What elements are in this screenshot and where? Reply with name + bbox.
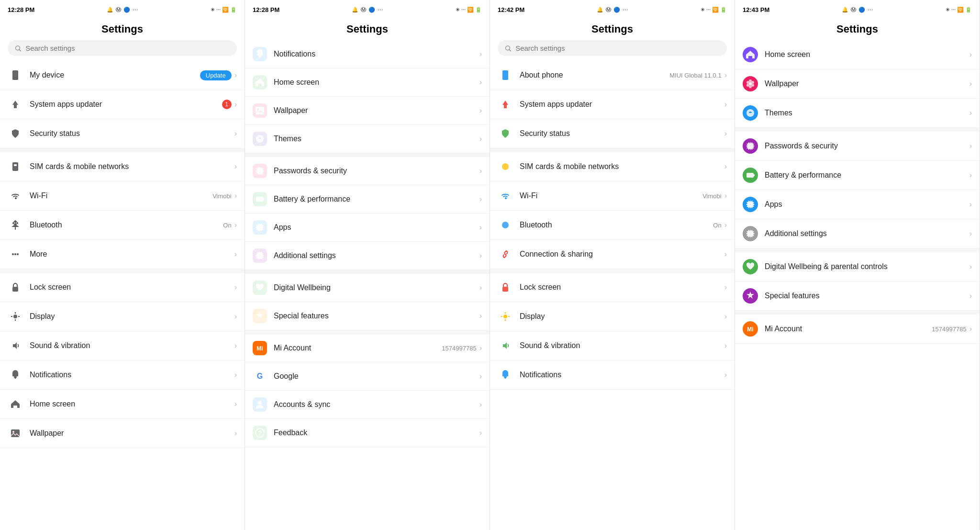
settings-item[interactable]: Apps›: [735, 190, 980, 219]
settings-item[interactable]: Notifications›: [0, 361, 245, 390]
chevron-icon: ›: [724, 283, 727, 292]
settings-item[interactable]: Wi-FiVimobi›: [490, 181, 735, 211]
settings-item[interactable]: Special features›: [735, 282, 980, 311]
settings-item[interactable]: Wi-FiVimobi›: [0, 181, 245, 211]
settings-item[interactable]: SIM cards & mobile networks›: [0, 152, 245, 181]
svg-point-20: [259, 56, 261, 58]
chevron-icon: ›: [479, 50, 482, 58]
search-bar[interactable]: [498, 40, 727, 56]
settings-item[interactable]: Lock screen›: [490, 273, 735, 302]
item-label: Bluetooth: [30, 221, 223, 229]
item-icon: [8, 68, 23, 83]
settings-item[interactable]: Passwords & security›: [245, 157, 490, 185]
settings-item[interactable]: Themes›: [245, 125, 490, 153]
item-icon: [253, 103, 267, 118]
search-input[interactable]: [515, 44, 720, 52]
status-time: 12:42 PM: [498, 6, 524, 13]
settings-list: My deviceUpdate›System apps updater1›Sec…: [0, 61, 245, 530]
settings-item[interactable]: Sound & vibration›: [490, 331, 735, 361]
settings-item[interactable]: System apps updater1›: [0, 90, 245, 119]
svg-text:G: G: [257, 372, 263, 380]
settings-item[interactable]: SIM cards & mobile networks›: [490, 152, 735, 181]
settings-item[interactable]: Special features›: [245, 302, 490, 330]
svg-rect-36: [502, 70, 508, 80]
item-icon: [253, 309, 267, 323]
search-bar[interactable]: [8, 40, 237, 56]
settings-item[interactable]: Home screen›: [0, 390, 245, 419]
page-title: Settings: [735, 19, 980, 40]
settings-item[interactable]: GGoogle›: [245, 362, 490, 391]
settings-item[interactable]: Home screen›: [245, 68, 490, 97]
settings-item[interactable]: Digital Wellbeing & parental controls›: [735, 252, 980, 282]
item-label: More: [30, 250, 234, 259]
item-label: Battery & performance: [274, 195, 479, 203]
section-divider: [735, 248, 980, 252]
section-divider: [0, 269, 245, 273]
settings-item[interactable]: Wallpaper›: [0, 419, 245, 448]
settings-item[interactable]: Sound & vibration›: [0, 331, 245, 361]
settings-item[interactable]: My deviceUpdate›: [0, 61, 245, 90]
item-label: Mi Account: [765, 325, 932, 333]
item-icon: [253, 47, 267, 61]
settings-item[interactable]: Additional settings›: [245, 242, 490, 270]
chevron-icon: ›: [969, 229, 972, 238]
status-right-icons: ✳ ᐧᐧᐧ 🛜 🔋: [946, 7, 972, 13]
status-bar: 12:43 PM 🔔 Ⓜ 🔵 ··· ✳ ᐧᐧᐧ 🛜 🔋: [735, 0, 980, 19]
status-icons: 🔔 Ⓜ 🔵 ···: [107, 6, 138, 13]
settings-item[interactable]: More›: [0, 240, 245, 269]
settings-item[interactable]: Apps›: [245, 214, 490, 242]
settings-item[interactable]: Home screen›: [735, 40, 980, 69]
item-label: Sound & vibration: [30, 341, 234, 350]
item-icon: [498, 338, 513, 353]
settings-item[interactable]: Themes›: [735, 99, 980, 128]
settings-item[interactable]: Security status›: [490, 119, 735, 148]
update-button[interactable]: Update: [200, 70, 232, 80]
settings-item[interactable]: Passwords & security›: [735, 132, 980, 161]
settings-item[interactable]: Lock screen›: [0, 273, 245, 302]
settings-item[interactable]: Notifications›: [245, 40, 490, 68]
settings-item[interactable]: BluetoothOn›: [0, 211, 245, 240]
settings-item[interactable]: BluetoothOn›: [490, 211, 735, 240]
settings-item[interactable]: Display›: [490, 302, 735, 331]
settings-item[interactable]: Wallpaper›: [735, 69, 980, 99]
item-label: Notifications: [30, 371, 234, 379]
section-divider: [735, 128, 980, 132]
item-icon: [498, 367, 513, 383]
settings-item[interactable]: About phoneMIUI Global 11.0.1›: [490, 61, 735, 90]
item-icon: [8, 309, 23, 324]
section-divider: [245, 270, 490, 274]
settings-item[interactable]: Security status›: [0, 119, 245, 148]
chevron-icon: ›: [969, 171, 972, 180]
item-icon: [8, 159, 23, 174]
section-divider: [490, 269, 735, 273]
svg-point-37: [502, 163, 509, 170]
settings-item[interactable]: System apps updater›: [490, 90, 735, 119]
settings-item[interactable]: Digital Wellbeing›: [245, 274, 490, 302]
settings-item[interactable]: ?Feedback›: [245, 419, 490, 447]
chevron-icon: ›: [479, 312, 482, 320]
settings-item[interactable]: Wallpaper›: [245, 97, 490, 125]
item-icon: [743, 226, 758, 241]
item-label: Passwords & security: [765, 142, 969, 150]
item-icon: [498, 159, 513, 174]
settings-item[interactable]: Display›: [0, 302, 245, 331]
item-label: Digital Wellbeing: [274, 283, 479, 292]
settings-item[interactable]: MiMi Account1574997785›: [245, 334, 490, 362]
item-label: Wallpaper: [274, 106, 479, 115]
settings-item[interactable]: Notifications›: [490, 361, 735, 390]
settings-item[interactable]: Accounts & sync›: [245, 391, 490, 419]
search-input[interactable]: [25, 44, 230, 52]
svg-rect-8: [12, 287, 18, 292]
settings-item[interactable]: Additional settings›: [735, 219, 980, 248]
settings-item[interactable]: Battery & performance›: [735, 161, 980, 190]
settings-item[interactable]: Connection & sharing›: [490, 240, 735, 269]
item-label: Passwords & security: [274, 167, 479, 175]
item-sublabel: MIUI Global 11.0.1: [669, 72, 721, 79]
settings-item[interactable]: Battery & performance›: [245, 185, 490, 214]
chevron-icon: ›: [724, 129, 727, 138]
item-icon: [253, 248, 267, 263]
svg-rect-57: [746, 173, 754, 178]
item-label: Themes: [765, 109, 969, 117]
settings-item[interactable]: MiMi Account1574997785›: [735, 315, 980, 344]
phone-panel-4: 12:43 PM 🔔 Ⓜ 🔵 ··· ✳ ᐧᐧᐧ 🛜 🔋 SettingsHom…: [735, 0, 980, 530]
